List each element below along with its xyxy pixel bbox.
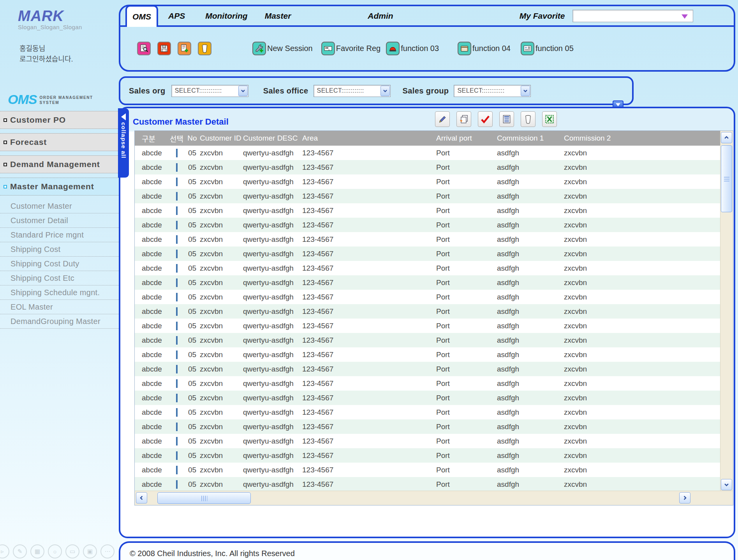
search-button[interactable] (137, 42, 151, 55)
column-header-2[interactable]: 선택 (168, 133, 185, 144)
table-row[interactable]: abcde05zxcvbnqwertyu-asdfgh123-4567Porta… (135, 405, 720, 419)
table-row[interactable]: abcde05zxcvbnqwertyu-asdfgh123-4567Porta… (135, 376, 720, 391)
table-row[interactable]: abcde05zxcvbnqwertyu-asdfgh123-4567Porta… (135, 232, 720, 247)
add-row-button[interactable] (178, 42, 191, 55)
excel-export-button[interactable] (542, 111, 557, 127)
scroll-up-button[interactable] (721, 132, 732, 143)
tab-oms[interactable]: OMS (125, 5, 158, 27)
row-checkbox[interactable] (176, 293, 178, 301)
column-header-9[interactable]: Commission 2 (561, 134, 720, 143)
sidebar-item-forecast[interactable]: Forecast (0, 133, 120, 151)
table-row[interactable]: abcde05zxcvbnqwertyu-asdfgh123-4567Porta… (135, 189, 720, 203)
vertical-scrollbar-thumb[interactable] (721, 145, 732, 212)
row-checkbox[interactable] (176, 365, 178, 373)
sidebar-item-master-management[interactable]: Master Management (0, 178, 120, 195)
tab-master[interactable]: Master (265, 11, 291, 21)
chevron-down-icon[interactable] (238, 86, 248, 96)
tab-admin[interactable]: Admin (368, 11, 393, 21)
row-checkbox[interactable] (176, 192, 178, 201)
row-checkbox[interactable] (176, 394, 178, 402)
function-04-button[interactable]: function 04 (458, 42, 511, 55)
sales-org-select[interactable]: SELECT:::::::::::: (171, 85, 248, 97)
confirm-button[interactable] (478, 111, 493, 127)
sales-group-select[interactable]: SELECT:::::::::::: (454, 85, 531, 97)
row-checkbox[interactable] (176, 235, 178, 244)
table-row[interactable]: abcde05zxcvbnqwertyu-asdfgh123-4567Porta… (135, 261, 720, 275)
scroll-down-button[interactable] (721, 479, 732, 490)
sidebar-subitem-eol-master[interactable]: EOL Master (0, 300, 120, 314)
scroll-left-button[interactable] (136, 492, 147, 504)
row-checkbox[interactable] (176, 206, 178, 215)
row-checkbox[interactable] (176, 149, 178, 157)
row-checkbox[interactable] (176, 250, 178, 258)
column-header-5[interactable]: Customer DESC (242, 134, 300, 143)
table-row[interactable]: abcde05zxcvbnqwertyu-asdfgh123-4567Porta… (135, 160, 720, 174)
row-checkbox[interactable] (176, 307, 178, 316)
column-header-7[interactable]: Arrival port (433, 134, 495, 143)
vertical-scrollbar[interactable] (720, 131, 733, 491)
table-row[interactable]: abcde05zxcvbnqwertyu-asdfgh123-4567Porta… (135, 434, 720, 448)
row-checkbox[interactable] (176, 423, 178, 431)
sidebar-subitem-shipping-schedule-mgnt-[interactable]: Shipping Schedule mgnt. (0, 285, 120, 300)
save-button[interactable] (157, 42, 171, 55)
my-favorite-select[interactable] (572, 10, 693, 22)
row-checkbox[interactable] (176, 163, 178, 172)
table-row[interactable]: abcde05zxcvbnqwertyu-asdfgh123-4567Porta… (135, 362, 720, 376)
new-session-button[interactable]: New Session (252, 42, 313, 55)
row-checkbox[interactable] (176, 350, 178, 359)
row-checkbox[interactable] (176, 480, 178, 489)
chevron-down-icon[interactable] (380, 86, 390, 96)
scroll-right-button[interactable] (679, 492, 690, 504)
table-row[interactable]: abcde05zxcvbnqwertyu-asdfgh123-4567Porta… (135, 419, 720, 434)
sidebar-subitem-shipping-cost-duty[interactable]: Shipping Cost Duty (0, 257, 120, 271)
column-header-1[interactable]: 구분 (135, 133, 168, 144)
row-checkbox[interactable] (176, 437, 178, 446)
collapse-all-button[interactable]: collapse all (118, 108, 129, 178)
column-header-4[interactable]: Customer ID (199, 134, 242, 143)
row-checkbox[interactable] (176, 379, 178, 388)
delete-row-button[interactable] (198, 42, 211, 55)
table-row[interactable]: abcde05zxcvbnqwertyu-asdfgh123-4567Porta… (135, 174, 720, 189)
chevron-down-icon[interactable] (521, 86, 530, 96)
tab-monitoring[interactable]: Monitoring (205, 11, 247, 21)
row-checkbox[interactable] (176, 264, 178, 273)
favorite-reg-button[interactable]: **.Favorite Reg (321, 42, 381, 55)
delete-button[interactable] (521, 111, 535, 127)
table-row[interactable]: abcde05zxcvbnqwertyu-asdfgh123-4567Porta… (135, 319, 720, 333)
table-row[interactable]: abcde05zxcvbnqwertyu-asdfgh123-4567Porta… (135, 448, 720, 463)
sidebar-subitem-demandgrouping-master[interactable]: DemandGrouping Master (0, 314, 120, 329)
row-checkbox[interactable] (176, 322, 178, 330)
horizontal-scrollbar[interactable] (135, 491, 733, 505)
table-row[interactable]: abcde05zxcvbnqwertyu-asdfgh123-4567Porta… (135, 290, 720, 304)
sidebar-subitem-standard-price-mgnt[interactable]: Standard Price mgnt (0, 228, 120, 242)
column-header-3[interactable]: No (185, 134, 199, 143)
table-row[interactable]: abcde05zxcvbnqwertyu-asdfgh123-4567Porta… (135, 203, 720, 218)
table-row[interactable]: abcde05zxcvbnqwertyu-asdfgh123-4567Porta… (135, 477, 720, 491)
table-row[interactable]: abcde05zxcvbnqwertyu-asdfgh123-4567Porta… (135, 247, 720, 261)
edit-button[interactable] (435, 111, 450, 127)
function-05-button[interactable]: function 05 (521, 42, 574, 55)
sidebar-subitem-customer-master[interactable]: Customer Master (0, 199, 120, 213)
row-checkbox[interactable] (176, 336, 178, 345)
row-checkbox[interactable] (176, 278, 178, 287)
view-detail-button[interactable] (499, 111, 514, 127)
row-checkbox[interactable] (176, 451, 178, 460)
table-row[interactable]: abcde05zxcvbnqwertyu-asdfgh123-4567Porta… (135, 347, 720, 362)
function-03-button[interactable]: function 03 (386, 42, 439, 55)
row-checkbox[interactable] (176, 408, 178, 417)
row-checkbox[interactable] (176, 221, 178, 229)
horizontal-scrollbar-thumb[interactable] (157, 492, 251, 504)
column-header-6[interactable]: Area (300, 134, 433, 143)
tab-aps[interactable]: APS (168, 11, 185, 21)
sidebar-item-customer-po[interactable]: Customer PO (0, 111, 120, 129)
table-row[interactable]: abcde05zxcvbnqwertyu-asdfgh123-4567Porta… (135, 275, 720, 290)
sidebar-subitem-customer-detail[interactable]: Customer Detail (0, 213, 120, 228)
table-row[interactable]: abcde05zxcvbnqwertyu-asdfgh123-4567Porta… (135, 304, 720, 319)
table-row[interactable]: abcde05zxcvbnqwertyu-asdfgh123-4567Porta… (135, 463, 720, 477)
table-row[interactable]: abcde05zxcvbnqwertyu-asdfgh123-4567Porta… (135, 333, 720, 347)
sidebar-subitem-shipping-cost[interactable]: Shipping Cost (0, 242, 120, 257)
sidebar-item-demand-management[interactable]: Demand Management (0, 155, 120, 173)
sidebar-subitem-shipping-cost-etc[interactable]: Shipping Cost Etc (0, 271, 120, 285)
column-header-8[interactable]: Commission 1 (495, 134, 561, 143)
table-row[interactable]: abcde05zxcvbnqwertyu-asdfgh123-4567Porta… (135, 146, 720, 160)
